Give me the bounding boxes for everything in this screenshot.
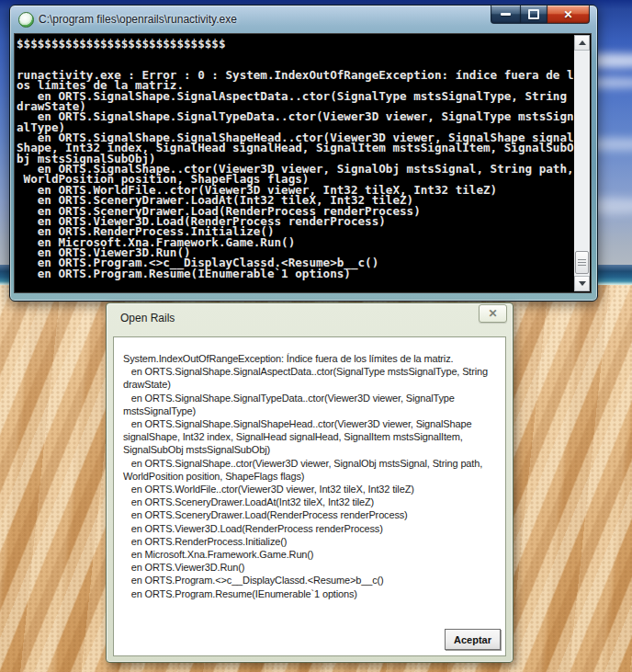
dialog-message-line: en Microsoft.Xna.Framework.Game.Run(): [123, 548, 502, 561]
console-scrollbar[interactable]: [574, 35, 590, 291]
dialog-message-line: en ORTS.SceneryDrawer.Load(RenderProcess…: [123, 508, 502, 521]
scroll-down-icon: [579, 281, 586, 286]
console-titlebar[interactable]: C:\program files\openrails\runactivity.e…: [10, 6, 597, 33]
console-output-line: en ORTS.SignalShape.SignalTypeData..ctor…: [17, 111, 574, 121]
console-output-line: en ORTS.SignalShape.SignalAspectData..ct…: [17, 91, 574, 101]
console-output-line: en ORTS.Program.Resume(IEnumerable`1 opt…: [17, 268, 574, 279]
scroll-up-icon: [579, 40, 586, 45]
console-output-line: [17, 49, 574, 59]
maximize-button[interactable]: [521, 6, 547, 24]
console-app-icon: [18, 12, 34, 28]
dialog-message-line: signalShape, Int32 index, SignalHead sig…: [123, 430, 502, 443]
scrollbar-thumb[interactable]: [575, 251, 589, 274]
accept-button[interactable]: Aceptar: [445, 629, 501, 650]
dialog-message-line: en ORTS.Program.Resume(IEnumerable`1 opt…: [123, 587, 502, 600]
dialog-message-line: en ORTS.Viewer3D.Run(): [123, 561, 502, 574]
dialog-titlebar[interactable]: Open Rails ✕: [107, 303, 513, 336]
dialog-message-text: System.IndexOutOfRangeException: Índice …: [123, 352, 502, 600]
scroll-up-button[interactable]: [574, 35, 590, 51]
minimize-icon: [501, 13, 511, 16]
dialog-close-button[interactable]: ✕: [479, 304, 507, 323]
dialog-message-line: en ORTS.Viewer3D.Load(RenderProcess rend…: [123, 522, 502, 535]
dialog-message-panel: System.IndexOutOfRangeException: Índice …: [113, 336, 506, 656]
dialog-message-line: en ORTS.RenderProcess.Initialize(): [123, 535, 502, 548]
dialog-close-icon: ✕: [488, 308, 497, 319]
dialog-message-line: SignalSubObj mstsSignalSubObj): [123, 443, 502, 456]
console-output-text: $$$$$$$$$$$$$$$$$$$$$$$$$$$$$$runactivit…: [17, 39, 574, 292]
close-icon: ✕: [563, 9, 572, 20]
console-window: C:\program files\openrails\runactivity.e…: [9, 5, 598, 302]
maximize-icon: [528, 9, 539, 19]
close-button[interactable]: ✕: [547, 6, 590, 24]
dialog-message-line: en ORTS.SignalShape.SignalAspectData..ct…: [123, 365, 502, 378]
scroll-down-button[interactable]: [574, 276, 590, 291]
dialog-message-line: en ORTS.Program.<>c__DisplayClassd.<Resu…: [123, 574, 502, 587]
dialog-title: Open Rails: [120, 312, 175, 325]
dialog-message-line: en ORTS.SignalShape.SignalTypeData..ctor…: [123, 392, 502, 404]
minimize-button[interactable]: [491, 6, 521, 24]
dialog-message-line: mstsSignalType): [123, 404, 502, 417]
dialog-message-line: en ORTS.WorldFile..ctor(Viewer3D viewer,…: [123, 483, 502, 495]
window-controls: ✕: [491, 6, 590, 24]
dialog-message-line: System.IndexOutOfRangeException: Índice …: [123, 352, 502, 365]
dialog-message-line: en ORTS.SceneryDrawer.LoadAt(Int32 tileX…: [123, 495, 502, 508]
dialog-message-line: en ORTS.SignalShape..ctor(Viewer3D viewe…: [123, 457, 502, 470]
error-dialog: Open Rails ✕ System.IndexOutOfRangeExcep…: [106, 302, 514, 663]
thumb-grip-icon: [578, 259, 586, 266]
dialog-message-line: en ORTS.SignalShape.SignalShapeHead..cto…: [123, 417, 502, 430]
console-output-line: $$$$$$$$$$$$$$$$$$$$$$$$$$$$$$: [17, 39, 574, 49]
dialog-message-line: WorldPosition position, ShapeFlags flags…: [123, 470, 502, 483]
console-window-title: C:\program files\openrails\runactivity.e…: [39, 13, 237, 26]
console-output-area: $$$$$$$$$$$$$$$$$$$$$$$$$$$$$$runactivit…: [14, 33, 592, 293]
dialog-message-line: drawState): [123, 378, 502, 391]
